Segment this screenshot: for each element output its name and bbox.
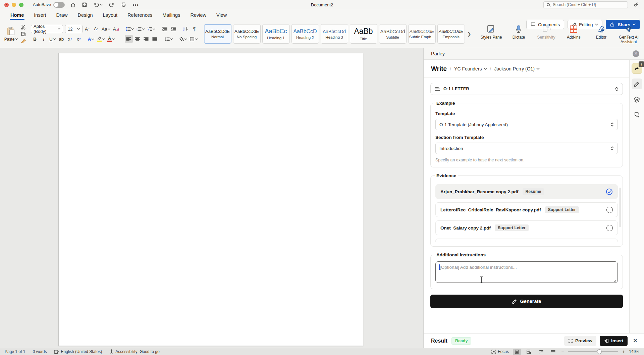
close-result-icon[interactable]: ✕ xyxy=(631,337,640,345)
bold-button[interactable]: B xyxy=(31,35,39,43)
justify-button[interactable] xyxy=(151,35,159,43)
autosave-toggle[interactable] xyxy=(53,2,65,8)
language-selector[interactable]: English (United States) xyxy=(54,349,102,354)
align-right-button[interactable] xyxy=(142,35,150,43)
zoom-slider[interactable] xyxy=(568,351,618,352)
unchecked-circle-icon[interactable] xyxy=(606,225,613,231)
format-painter-icon[interactable] xyxy=(21,39,26,43)
zoom-percentage[interactable]: 149% xyxy=(629,349,639,354)
evidence-item[interactable]: LetterofRec_CriticalRole_RaviKapoor copy… xyxy=(435,202,618,217)
checked-circle-icon[interactable] xyxy=(606,188,613,195)
word-count[interactable]: 0 words xyxy=(33,349,47,354)
generate-button[interactable]: Generate xyxy=(430,295,623,308)
search-input[interactable]: Search (Cmd + Ctrl + U) xyxy=(543,1,628,8)
read-mode-view-button[interactable] xyxy=(525,349,533,355)
print-layout-view-button[interactable] xyxy=(513,349,521,355)
style-subtitle[interactable]: AaBbCcDdSubtitle xyxy=(379,24,407,44)
style-heading-3[interactable]: AaBbCcDdHeading 3 xyxy=(321,24,348,44)
superscript-button[interactable]: x2 xyxy=(75,35,83,43)
add-ins-button[interactable]: Add-ins xyxy=(560,23,587,45)
paste-button[interactable]: Paste xyxy=(2,23,20,45)
style-subtle-emphasis[interactable]: AaBbCcDdESubtle Emph... xyxy=(408,24,436,44)
preview-button[interactable]: Preview xyxy=(564,336,596,346)
text-effects-button[interactable]: A xyxy=(87,35,95,43)
cut-icon[interactable] xyxy=(21,24,26,30)
tab-design[interactable]: Design xyxy=(72,10,98,21)
tab-layout[interactable]: Layout xyxy=(98,10,123,21)
style-normal[interactable]: AaBbCcDdENormal xyxy=(204,24,231,44)
style-heading-1[interactable]: AaBbCcHeading 1 xyxy=(262,24,290,44)
document-page[interactable] xyxy=(58,53,363,346)
bullets-button[interactable] xyxy=(125,25,135,33)
outline-view-button[interactable] xyxy=(537,349,545,355)
resize-handle[interactable] xyxy=(613,280,616,283)
zoom-out-button[interactable]: − xyxy=(561,349,564,354)
style-title[interactable]: AaBbTitle xyxy=(350,24,377,44)
borders-button[interactable] xyxy=(189,35,199,43)
style-emphasis[interactable]: AaBbCcDdEEmphasis xyxy=(437,24,465,44)
workspace-select[interactable]: YC Founders xyxy=(454,66,487,71)
draft-view-button[interactable] xyxy=(549,349,557,355)
close-window-button[interactable] xyxy=(4,3,9,7)
zoom-window-button[interactable] xyxy=(19,3,23,7)
print-icon[interactable] xyxy=(120,1,127,8)
zoom-in-button[interactable]: + xyxy=(622,349,625,354)
tab-references[interactable]: References xyxy=(122,10,157,21)
rail-layers-icon[interactable] xyxy=(632,94,642,105)
change-case-button[interactable]: Aa xyxy=(101,25,111,33)
align-left-button[interactable] xyxy=(125,35,133,43)
insert-button[interactable]: Insert xyxy=(600,336,628,346)
minimize-window-button[interactable] xyxy=(12,3,16,7)
editor-button[interactable]: Editor xyxy=(587,23,615,45)
numbering-button[interactable]: 123 xyxy=(136,25,146,33)
zoom-slider-thumb[interactable] xyxy=(597,349,602,354)
tab-view[interactable]: View xyxy=(211,10,232,21)
line-spacing-button[interactable] xyxy=(163,35,174,43)
font-color-button[interactable]: A xyxy=(106,35,116,43)
multilevel-list-button[interactable]: 1ai xyxy=(146,25,156,33)
accessibility-status[interactable]: Accessibility: Good to go xyxy=(109,349,159,354)
template-select[interactable]: O-1 Template (Johnny Appleseed) xyxy=(435,119,618,130)
tab-draw[interactable]: Draw xyxy=(51,10,73,21)
evidence-scrollbar[interactable] xyxy=(620,188,621,227)
close-pane-icon[interactable]: ✕ xyxy=(633,50,639,57)
style-no-spacing[interactable]: AaBbCcDdENo Spacing xyxy=(233,24,261,44)
account-icon[interactable] xyxy=(633,2,639,7)
shrink-font-button[interactable]: Aˇ xyxy=(92,25,100,33)
align-center-button[interactable] xyxy=(133,35,142,43)
underline-button[interactable]: U xyxy=(48,35,57,43)
more-commands-icon[interactable]: ••• xyxy=(132,1,140,8)
focus-mode-button[interactable]: Focus xyxy=(491,349,509,354)
home-icon[interactable] xyxy=(69,1,76,8)
clear-formatting-button[interactable]: A◢ xyxy=(112,25,120,33)
rail-chat-icon[interactable] xyxy=(632,109,642,120)
font-name-select[interactable]: Aptos (Body) xyxy=(31,25,63,33)
show-formatting-marks-button[interactable]: ¶ xyxy=(191,25,199,33)
page-indicator[interactable]: Page 1 of 1 xyxy=(5,349,25,354)
sort-button[interactable]: AZ xyxy=(182,25,190,33)
save-icon[interactable] xyxy=(81,1,88,8)
dictate-button[interactable]: Dictate xyxy=(505,23,532,45)
tab-home[interactable]: Home xyxy=(5,10,29,21)
font-size-select[interactable]: 12 xyxy=(65,25,83,33)
gentext-ai-assistant-button[interactable]: GenText AI Assistant xyxy=(615,23,642,45)
shading-button[interactable] xyxy=(178,35,188,43)
grow-font-button[interactable]: A^ xyxy=(83,25,91,33)
tab-insert[interactable]: Insert xyxy=(29,10,51,21)
subscript-button[interactable]: x2 xyxy=(66,35,74,43)
decrease-indent-button[interactable] xyxy=(161,25,169,33)
evidence-item[interactable]: Onet_Salary copy 2.pdf Support Letter xyxy=(435,220,618,235)
section-select[interactable]: Introduction xyxy=(435,143,618,154)
copy-icon[interactable] xyxy=(21,32,26,37)
parley-app-icon[interactable]: i xyxy=(632,63,642,74)
client-select[interactable]: Jackson Perry (O1) xyxy=(494,66,540,71)
parley-ribbon-button[interactable]: Parley xyxy=(642,23,644,45)
evidence-item[interactable]: Arjun_Prabkhar_Resume copy 2.pdf Resume xyxy=(435,184,618,199)
redo-button[interactable] xyxy=(108,1,115,8)
tab-mailings[interactable]: Mailings xyxy=(157,10,185,21)
strikethrough-button[interactable]: ab xyxy=(57,35,65,43)
styles-pane-button[interactable]: Styles Pane xyxy=(477,23,505,45)
tab-review[interactable]: Review xyxy=(185,10,211,21)
highlight-color-button[interactable] xyxy=(96,35,106,43)
increase-indent-button[interactable] xyxy=(169,25,177,33)
